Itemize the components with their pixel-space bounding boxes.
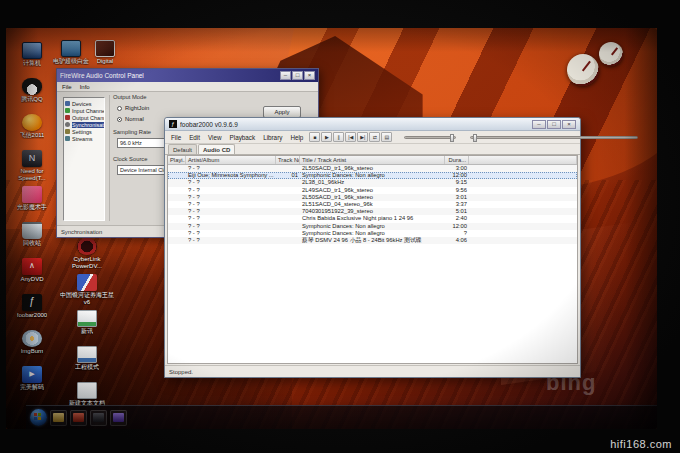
previous-button[interactable]: |◀ bbox=[345, 132, 356, 142]
desktop-icon-label: 工程模式 bbox=[75, 364, 99, 371]
desktop-icon-galaxy[interactable]: 中国银河证券海王星v6 bbox=[60, 274, 114, 308]
tree-item-label: Synchronisation bbox=[72, 122, 105, 128]
dialog-titlebar[interactable]: FireWire Audio Control Panel –□× bbox=[57, 69, 318, 82]
desktop-icon-fetion[interactable]: 飞信2011 bbox=[8, 114, 56, 148]
track-row[interactable]: ? - ?2L50SACD_tr1_96k_stereo3:01 bbox=[168, 194, 577, 201]
playing-cell bbox=[168, 215, 186, 222]
radio-label: RightJoin bbox=[125, 105, 149, 111]
tree-item-input-channels[interactable]: Input Channels bbox=[65, 107, 103, 114]
close-button[interactable]: × bbox=[304, 71, 315, 80]
track-row[interactable]: ? - ?Chris Babida Exclusive Night piano … bbox=[168, 215, 577, 222]
radio-icon[interactable] bbox=[117, 106, 122, 111]
cpu-gauge-gadget[interactable] bbox=[567, 54, 599, 86]
close-button[interactable]: × bbox=[562, 120, 576, 129]
column-header[interactable]: Track No bbox=[276, 156, 300, 164]
random-button[interactable]: ⇄ bbox=[369, 132, 380, 142]
minimize-button[interactable]: – bbox=[532, 120, 546, 129]
desktop-icon-photomagic[interactable]: 光影魔术手 bbox=[8, 186, 56, 220]
track-row[interactable]: ? - ?蔡琴 DSMV 24 96 小品 8 - 24Bit 96kHz 测试… bbox=[168, 237, 577, 244]
player-app-button[interactable] bbox=[110, 410, 127, 426]
desktop-icon-decoder[interactable]: 完美解码 bbox=[8, 366, 56, 400]
menu-info[interactable]: Info bbox=[80, 84, 90, 90]
tree-item-synchronisation[interactable]: Synchronisation bbox=[65, 121, 103, 128]
track-row[interactable]: ? - ?Symphonic Dances: Non allegro? bbox=[168, 230, 577, 237]
ram-gauge-gadget[interactable] bbox=[599, 42, 623, 66]
seekbar[interactable] bbox=[470, 136, 638, 139]
tree-item-settings[interactable]: Settings bbox=[65, 128, 103, 135]
desktop-icon-recycle[interactable]: 回收站 bbox=[8, 222, 56, 256]
menu-help[interactable]: Help bbox=[289, 134, 304, 141]
desktop-icon-doc-green[interactable]: 新讯 bbox=[60, 310, 114, 344]
artist-cell: ? - ? bbox=[186, 237, 276, 244]
tree-item-output-channels[interactable]: Output Channels bbox=[65, 114, 103, 121]
maximize-button[interactable]: □ bbox=[547, 120, 561, 129]
window-buttons: –□× bbox=[279, 71, 315, 80]
next-button[interactable]: ▶| bbox=[357, 132, 368, 142]
photomagic-icon bbox=[22, 186, 42, 203]
column-header[interactable]: Playi... bbox=[168, 156, 186, 164]
output-mode-label: Output Mode bbox=[113, 94, 147, 100]
trackno-cell bbox=[276, 165, 300, 172]
settings-icon bbox=[65, 129, 70, 134]
radio-icon[interactable] bbox=[117, 117, 122, 122]
track-row[interactable]: ? - ?Symphonic Dances: Non allegro12:00 bbox=[168, 223, 577, 230]
tab-audio-cd[interactable]: Audio CD bbox=[198, 144, 235, 154]
menu-edit[interactable]: Edit bbox=[188, 134, 201, 141]
explorer-button[interactable] bbox=[50, 410, 67, 426]
desktop-icon-imgburn[interactable]: ImgBurn bbox=[8, 330, 56, 364]
desktop-icon-foobar[interactable]: foobar2000 bbox=[8, 294, 56, 328]
tree-item-streams[interactable]: Streams bbox=[65, 135, 103, 142]
desktop-icon-qq[interactable]: 腾讯QQ bbox=[8, 78, 56, 112]
menu-file[interactable]: File bbox=[170, 134, 182, 141]
artist-cell: Eiji Oue; Minnesota Symphony ... bbox=[186, 172, 276, 179]
menu-view[interactable]: View bbox=[207, 134, 223, 141]
track-row[interactable]: ? - ?2L50SACD_tr1_96k_stereo3:00 bbox=[168, 165, 577, 172]
minimize-button[interactable]: – bbox=[280, 71, 291, 80]
play-button[interactable]: ▶ bbox=[321, 132, 332, 142]
desktop-icon-anydvd[interactable]: AnyDVD bbox=[8, 258, 56, 292]
title-cell: 2L51SACD_04_stereo_96k bbox=[300, 201, 445, 208]
volume-slider[interactable] bbox=[404, 136, 456, 139]
foobar-app-icon: ƒ bbox=[169, 120, 177, 128]
track-row[interactable]: ? - ?2L51SACD_04_stereo_96k3:37 bbox=[168, 201, 577, 208]
playlist-button[interactable]: ▤ bbox=[381, 132, 392, 142]
volume-knob[interactable] bbox=[450, 134, 454, 142]
desktop-icon-nfs[interactable]: Need for Speed(T... bbox=[8, 150, 56, 184]
media-app-button[interactable] bbox=[70, 410, 87, 426]
track-row[interactable]: Eiji Oue; Minnesota Symphony ...01Sympho… bbox=[168, 172, 577, 179]
radio-option-rightjoin[interactable]: RightJoin bbox=[117, 105, 149, 111]
photo-app-button[interactable] bbox=[90, 410, 107, 426]
track-row[interactable]: ? - ?7040301951922_39_stereo5:01 bbox=[168, 208, 577, 215]
tab-default[interactable]: Default bbox=[168, 144, 197, 154]
column-header[interactable]: Title / Track Artist bbox=[300, 156, 445, 164]
radio-option-normal[interactable]: Normal bbox=[117, 116, 144, 122]
foobar2000-window: ƒ foobar2000 v0.9.6.9 –□× FileEditViewPl… bbox=[164, 117, 581, 378]
menu-playback[interactable]: Playback bbox=[229, 134, 257, 141]
tree-item-devices[interactable]: Devices bbox=[65, 100, 103, 107]
artist-cell: ? - ? bbox=[186, 187, 276, 194]
tree-item-label: Settings bbox=[72, 129, 92, 135]
column-header[interactable]: Dura... bbox=[445, 156, 469, 164]
start-button[interactable] bbox=[30, 409, 47, 426]
seek-knob[interactable] bbox=[473, 134, 477, 142]
track-row[interactable]: ? - ?2L49SACD_tr1_96k_stereo9:56 bbox=[168, 187, 577, 194]
artist-cell: ? - ? bbox=[186, 215, 276, 222]
playlist-header: Playi...Artist/AlbumTrack NoTitle / Trac… bbox=[168, 156, 577, 165]
menu-library[interactable]: Library bbox=[262, 134, 283, 141]
maximize-button[interactable]: □ bbox=[292, 71, 303, 80]
artist-cell: ? - ? bbox=[186, 208, 276, 215]
playing-cell bbox=[168, 237, 186, 244]
foobar-titlebar[interactable]: ƒ foobar2000 v0.9.6.9 –□× bbox=[165, 118, 580, 131]
desktop-icon-cyberlink[interactable]: CyberLink PowerDV... bbox=[60, 238, 114, 272]
stop-button[interactable]: ■ bbox=[309, 132, 320, 142]
desktop-icon-doc-blue[interactable]: 工程模式 bbox=[60, 346, 114, 380]
panel-divider bbox=[109, 95, 110, 221]
track-row[interactable]: ? - ?2L38_01_96kHz9:15 bbox=[168, 179, 577, 186]
pause-button[interactable]: ∥ bbox=[333, 132, 344, 142]
artist-cell: ? - ? bbox=[186, 165, 276, 172]
menu-file[interactable]: File bbox=[62, 84, 72, 90]
artist-cell: ? - ? bbox=[186, 179, 276, 186]
playing-cell bbox=[168, 208, 186, 215]
trackno-cell bbox=[276, 223, 300, 230]
column-header[interactable]: Artist/Album bbox=[186, 156, 276, 164]
